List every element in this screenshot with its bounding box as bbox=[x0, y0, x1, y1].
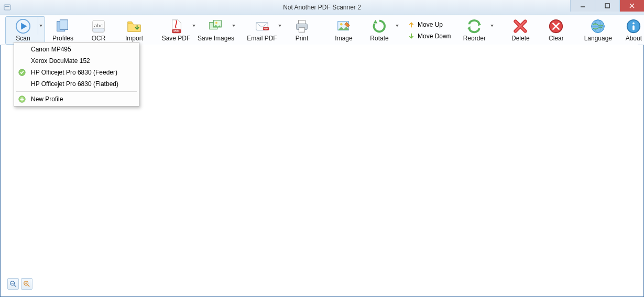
save-pdf-dropdown-arrow[interactable] bbox=[191, 17, 197, 35]
scan-profile-item[interactable]: HP Officejet Pro 6830 (Feeder) bbox=[15, 67, 138, 78]
zoom-out-button[interactable] bbox=[7, 278, 19, 290]
profiles-label: Profiles bbox=[52, 35, 73, 42]
email-pdf-dropdown-arrow[interactable] bbox=[277, 17, 282, 35]
scan-profile-label: Xerox DocuMate 152 bbox=[31, 57, 90, 65]
ocr-label: OCR bbox=[92, 35, 106, 42]
svg-rect-23 bbox=[299, 28, 304, 32]
save-pdf-label: Save PDF bbox=[162, 35, 191, 42]
titlebar: Not Another PDF Scanner 2 bbox=[0, 0, 644, 15]
svg-line-41 bbox=[28, 285, 30, 287]
reorder-button[interactable]: Reorder bbox=[456, 16, 496, 45]
svg-point-17 bbox=[215, 22, 217, 24]
image-label: Image bbox=[335, 35, 352, 42]
move-controls: Move Up Move Down bbox=[401, 16, 456, 45]
svg-marker-26 bbox=[374, 20, 378, 24]
printer-icon bbox=[293, 18, 310, 35]
scan-profile-label: HP Officejet Pro 6830 (Feeder) bbox=[31, 69, 117, 76]
folder-import-icon bbox=[126, 18, 143, 35]
rotate-label: Rotate bbox=[370, 35, 388, 42]
save-images-label: Save Images bbox=[198, 35, 234, 42]
print-label: Print bbox=[296, 35, 309, 42]
zoom-out-icon bbox=[9, 280, 17, 288]
blank-icon bbox=[17, 45, 27, 54]
scan-label: Scan bbox=[16, 35, 30, 42]
ocr-button[interactable]: abc OCR bbox=[81, 16, 116, 45]
svg-point-35 bbox=[632, 23, 635, 25]
scan-profile-label: Canon MP495 bbox=[31, 46, 71, 53]
svg-text:PDF: PDF bbox=[264, 27, 268, 30]
move-up-label: Move Up bbox=[418, 21, 443, 28]
delete-button[interactable]: Delete bbox=[503, 16, 538, 45]
blank-icon bbox=[17, 56, 27, 66]
import-label: Import bbox=[125, 35, 143, 42]
svg-rect-0 bbox=[4, 5, 10, 10]
about-button[interactable]: About bbox=[616, 16, 644, 45]
menu-separator bbox=[16, 91, 137, 92]
zoom-controls bbox=[7, 278, 32, 290]
rotate-dropdown-arrow[interactable] bbox=[394, 17, 400, 35]
svg-rect-36 bbox=[632, 25, 635, 30]
email-pdf-label: Email PDF bbox=[247, 35, 277, 42]
svg-rect-9 bbox=[60, 20, 68, 30]
clear-button[interactable]: Clear bbox=[538, 16, 574, 45]
delete-label: Delete bbox=[511, 35, 530, 42]
profiles-button[interactable]: Profiles bbox=[45, 16, 81, 45]
app-icon bbox=[3, 3, 12, 12]
import-button[interactable]: Import bbox=[116, 16, 152, 45]
move-up-button[interactable]: Move Up bbox=[405, 19, 453, 30]
scan-profile-label: HP Officejet Pro 6830 (Flatbed) bbox=[31, 80, 118, 88]
scan-dropdown-menu: Canon MP495 Xerox DocuMate 152 HP Office… bbox=[14, 42, 139, 107]
save-images-button[interactable]: Save Images bbox=[198, 16, 238, 45]
minimize-button[interactable] bbox=[570, 0, 595, 12]
new-profile-item[interactable]: New Profile bbox=[15, 93, 138, 105]
svg-point-25 bbox=[340, 23, 343, 26]
print-button[interactable]: Print bbox=[284, 16, 320, 45]
scan-profile-item[interactable]: HP Officejet Pro 6830 (Flatbed) bbox=[15, 78, 138, 90]
info-icon bbox=[625, 18, 642, 35]
ocr-icon: abc bbox=[90, 18, 107, 35]
reorder-dropdown-arrow[interactable] bbox=[489, 17, 495, 35]
images-icon bbox=[208, 18, 224, 35]
blank-icon bbox=[17, 79, 27, 89]
window-controls bbox=[570, 0, 644, 12]
svg-rect-3 bbox=[605, 4, 609, 8]
arrow-up-icon bbox=[407, 20, 416, 29]
globe-icon bbox=[590, 18, 606, 35]
email-icon: PDF bbox=[254, 18, 270, 35]
about-label: About bbox=[626, 35, 642, 42]
reorder-icon bbox=[466, 18, 483, 35]
save-images-dropdown-arrow[interactable] bbox=[231, 17, 236, 35]
language-button[interactable]: Language bbox=[580, 16, 616, 45]
play-icon bbox=[15, 18, 31, 35]
reorder-label: Reorder bbox=[463, 35, 486, 42]
svg-line-38 bbox=[14, 285, 16, 287]
image-button[interactable]: Image bbox=[326, 16, 362, 45]
window-title: Not Another PDF Scanner 2 bbox=[0, 4, 644, 11]
svg-text:PDF: PDF bbox=[173, 29, 180, 33]
zoom-in-icon bbox=[23, 280, 30, 288]
delete-icon bbox=[512, 18, 529, 35]
scan-profile-item[interactable]: Xerox DocuMate 152 bbox=[15, 55, 138, 67]
rotate-icon bbox=[371, 18, 388, 35]
app-window: Not Another PDF Scanner 2 Scan bbox=[0, 0, 644, 297]
image-edit-icon bbox=[335, 18, 352, 35]
move-down-button[interactable]: Move Down bbox=[405, 31, 453, 41]
language-label: Language bbox=[584, 35, 612, 42]
maximize-button[interactable] bbox=[595, 0, 619, 12]
email-pdf-button[interactable]: PDF Email PDF bbox=[244, 16, 284, 45]
svg-rect-12 bbox=[93, 28, 105, 33]
zoom-in-button[interactable] bbox=[21, 278, 32, 290]
rotate-button[interactable]: Rotate bbox=[362, 16, 401, 45]
scan-dropdown-arrow[interactable] bbox=[38, 17, 43, 35]
arrow-down-icon bbox=[407, 32, 416, 40]
close-button[interactable] bbox=[619, 0, 644, 12]
scan-button[interactable]: Scan bbox=[5, 16, 45, 45]
save-pdf-button[interactable]: PDF Save PDF bbox=[158, 16, 198, 45]
add-icon bbox=[17, 94, 27, 104]
move-down-label: Move Down bbox=[418, 33, 451, 40]
pdf-icon: PDF bbox=[168, 18, 184, 35]
check-icon bbox=[17, 68, 27, 77]
profiles-icon bbox=[54, 18, 71, 35]
svg-text:abc: abc bbox=[94, 23, 103, 28]
scan-profile-item[interactable]: Canon MP495 bbox=[15, 44, 138, 55]
